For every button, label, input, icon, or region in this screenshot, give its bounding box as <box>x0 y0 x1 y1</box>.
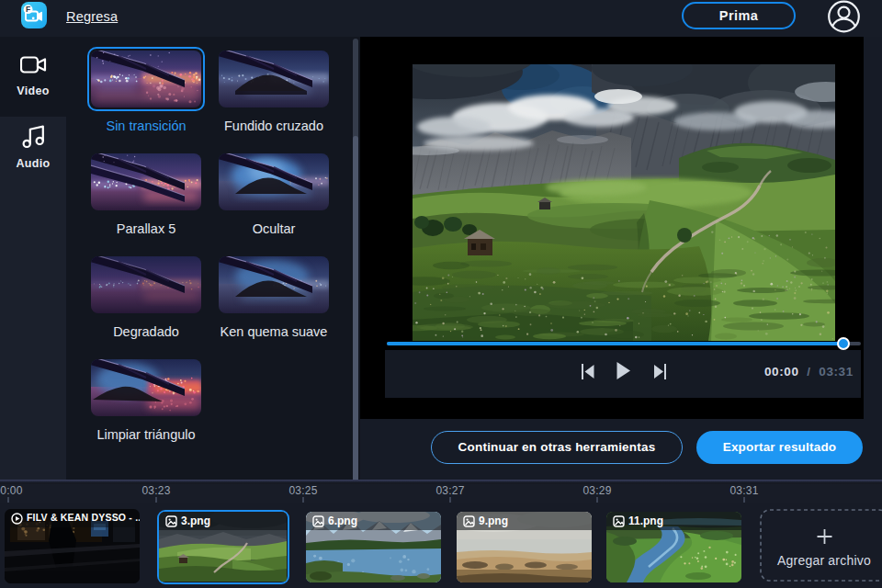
svg-text:F: F <box>26 5 30 14</box>
